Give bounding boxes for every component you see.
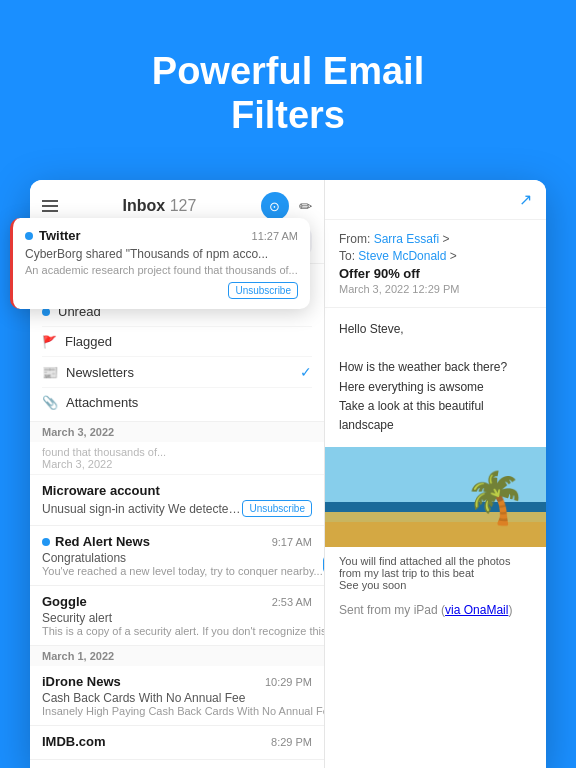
filter-attachments-label: Attachments xyxy=(66,395,138,410)
date-separator-march3: March 3, 2022 xyxy=(30,422,324,442)
email-preview: This is a copy of a security alert. If y… xyxy=(42,625,324,637)
inbox-title: Inbox 127 xyxy=(123,197,197,215)
newsletters-icon: 📰 xyxy=(42,365,58,380)
twitter-preview: An academic research project found that … xyxy=(25,264,298,276)
list-item[interactable]: Microware account Unusual sign-in activi… xyxy=(30,475,324,526)
email-sender: Microware account xyxy=(42,483,160,498)
unsubscribe-button[interactable]: Unsubscribe xyxy=(323,556,324,573)
email-list: March 3, 2022 found that thousands of...… xyxy=(30,422,324,768)
newsletters-check: ✓ xyxy=(300,364,312,380)
email-footer: You will find attached all the photos fr… xyxy=(325,547,546,599)
footer-line2: See you soon xyxy=(339,579,532,591)
to-arrow: > xyxy=(450,249,457,263)
twitter-card-header: Twitter 11:27 AM xyxy=(25,228,298,243)
email-detail: From: Sarra Essafi > To: Steve McDonald … xyxy=(325,220,546,308)
palm-tree-decoration: 🌴 xyxy=(464,469,526,527)
email-time: 10:29 PM xyxy=(265,676,312,688)
email-subject: Congratulations xyxy=(42,551,323,565)
list-item[interactable]: iDrone News 10:29 PM Cash Back Cards Wit… xyxy=(30,666,324,726)
hero-section: Powerful Email Filters xyxy=(0,0,576,167)
body-line1: How is the weather back there? xyxy=(339,358,532,377)
email-date-label: March 3, 2022 xyxy=(42,458,312,470)
right-panel: ↗ From: Sarra Essafi > To: Steve McDonal… xyxy=(325,180,546,768)
email-time: 9:17 AM xyxy=(272,536,312,548)
email-sender: Goggle xyxy=(42,594,87,609)
list-item[interactable]: found that thousands of... March 3, 2022 xyxy=(30,442,324,475)
email-time: 8:29 PM xyxy=(271,736,312,748)
email-subject: Security alert xyxy=(42,611,324,625)
list-item[interactable]: Red Alert News 9:17 AM Congratulations Y… xyxy=(30,526,324,586)
email-sender: IMDB.com xyxy=(42,734,106,749)
email-body: Hello Steve, How is the weather back the… xyxy=(325,308,546,447)
hamburger-icon[interactable] xyxy=(42,200,58,212)
email-sender: iDrone News xyxy=(42,674,121,689)
footer-line1: You will find attached all the photos fr… xyxy=(339,555,532,579)
filter-newsletters-label: Newsletters xyxy=(66,365,134,380)
unsubscribe-button[interactable]: Unsubscribe xyxy=(242,500,312,517)
from-name[interactable]: Sarra Essafi xyxy=(374,232,439,246)
beach-image: 🌴 xyxy=(325,447,546,547)
expand-icon[interactable]: ↗ xyxy=(519,190,532,209)
compose-icon-btn[interactable]: ✏ xyxy=(299,197,312,216)
inbox-count: 127 xyxy=(170,197,197,214)
filter-icon-btn[interactable]: ⊙ xyxy=(261,192,289,220)
twitter-footer: Unsubscribe xyxy=(25,282,298,299)
email-subject: Unusual sign-in activity We detected... xyxy=(42,502,242,516)
email-date-line: March 3, 2022 12:29 PM xyxy=(339,283,532,295)
twitter-time: 11:27 AM xyxy=(252,230,298,242)
email-preview: You've reached a new level today, try to… xyxy=(42,565,323,577)
to-line: To: Steve McDonald > xyxy=(339,249,532,263)
from-arrow: > xyxy=(442,232,449,246)
filter-flagged[interactable]: 🚩 Flagged xyxy=(42,327,312,357)
body-line2: Here everything is awsome xyxy=(339,378,532,397)
attachments-icon: 📎 xyxy=(42,395,58,410)
hero-title: Powerful Email Filters xyxy=(40,50,536,137)
filter-flagged-label: Flagged xyxy=(65,334,112,349)
filter-newsletters[interactable]: 📰 Newsletters ✓ xyxy=(42,357,312,388)
twitter-sender: Twitter xyxy=(25,228,81,243)
unread-dot xyxy=(42,538,50,546)
date-separator-march1: March 1, 2022 xyxy=(30,646,324,666)
email-preview-text: found that thousands of... xyxy=(42,446,312,458)
to-name[interactable]: Steve McDonald xyxy=(358,249,446,263)
greeting-text: Hello Steve, xyxy=(339,320,532,339)
email-sender: Red Alert News xyxy=(42,534,150,549)
twitter-subject: CyberBorg shared "Thousands of npm acco.… xyxy=(25,247,298,261)
sent-line: Sent from my iPad (via OnaMail) xyxy=(325,599,546,621)
list-item[interactable]: IMDB.com 8:29 PM xyxy=(30,726,324,760)
email-subject-line: Offer 90% off xyxy=(339,266,532,281)
email-time: 2:53 AM xyxy=(272,596,312,608)
twitter-popup-card[interactable]: Twitter 11:27 AM CyberBorg shared "Thous… xyxy=(10,218,310,309)
twitter-unsubscribe-button[interactable]: Unsubscribe xyxy=(228,282,298,299)
onemail-link[interactable]: via OnaMail xyxy=(445,603,508,617)
left-header-top: Inbox 127 ⊙ ✏ xyxy=(42,192,312,220)
email-preview: Insanely High Paying Cash Back Cards Wit… xyxy=(42,705,324,717)
list-item[interactable]: Goggle 2:53 AM Security alert This is a … xyxy=(30,586,324,646)
body-line3: Take a look at this beautiful landscape xyxy=(339,397,532,435)
email-subject: Cash Back Cards With No Annual Fee xyxy=(42,691,324,705)
filter-attachments[interactable]: 📎 Attachments xyxy=(42,388,312,417)
from-line: From: Sarra Essafi > xyxy=(339,232,532,246)
twitter-unread-dot xyxy=(25,232,33,240)
right-panel-header: ↗ xyxy=(325,180,546,220)
flagged-icon: 🚩 xyxy=(42,335,57,349)
header-icons: ⊙ ✏ xyxy=(261,192,312,220)
